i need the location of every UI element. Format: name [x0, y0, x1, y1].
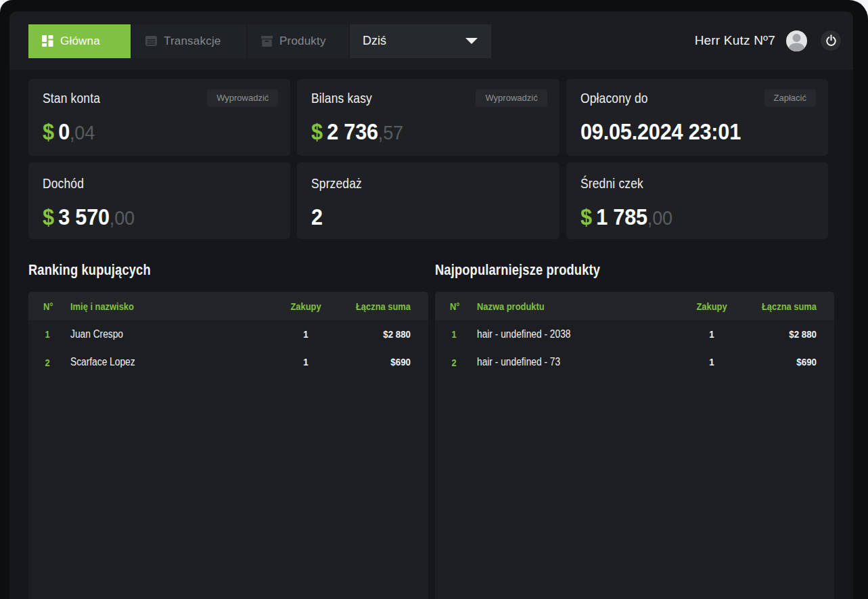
currency-sign: $: [43, 204, 54, 229]
table-row[interactable]: 1 Juan Crespo 1 $2 880: [28, 320, 428, 349]
dashboard-panel: Główna Transakcje: [9, 12, 853, 599]
app-window: Główna Transakcje: [0, 0, 868, 599]
app-background: Główna Transakcje: [0, 0, 868, 599]
card-title: Opłacony do: [580, 90, 648, 106]
tables-area: N° Imię i nazwisko Zakupy Łączna suma 1 …: [28, 292, 834, 599]
currency-sign: $: [43, 118, 54, 144]
section-headings: Ranking kupujących Najpopularniejsze pro…: [28, 262, 834, 279]
table-row[interactable]: 1 hair - undefined - 2038 1 $2 880: [435, 320, 835, 349]
tab-label: Produkty: [279, 35, 326, 48]
card-title: Dochód: [43, 175, 84, 192]
popular-products-table: N° Nazwa produktu Zakupy Łączna suma 1 h…: [435, 292, 835, 599]
buyers-ranking-title: Ranking kupujących: [28, 262, 368, 279]
power-icon: [825, 35, 837, 47]
card-value: $2 736,57: [311, 120, 403, 144]
stat-cards: Stan konta Wyprowadzić $0,04 Bilans kasy…: [28, 79, 828, 239]
card-value: $3 570,00: [43, 205, 135, 229]
user-area: Herr Kutz Nº7: [695, 30, 841, 51]
buyers-ranking-table: N° Imię i nazwisko Zakupy Łączna suma 1 …: [28, 292, 428, 599]
products-box-icon: [261, 36, 273, 47]
period-select-value: Dziś: [363, 34, 386, 48]
currency-sign: $: [311, 118, 323, 144]
nav-tabs: Główna Transakcje: [28, 24, 491, 58]
card-title: Średni czek: [580, 175, 643, 192]
withdraw-button[interactable]: Wyprowadzić: [207, 89, 278, 107]
card-value: 09.05.2024 23:01: [580, 120, 741, 143]
stat-card-sprzedaz: Sprzedaż 2: [297, 162, 559, 239]
currency-sign: $: [580, 204, 592, 229]
chevron-down-icon: [465, 38, 478, 44]
stat-card-dochod: Dochód $3 570,00: [28, 162, 290, 239]
avatar[interactable]: [786, 30, 807, 51]
card-value: $1 785,00: [580, 205, 672, 229]
table-row[interactable]: 2 Scarface Lopez 1 $690: [28, 349, 428, 377]
table-row[interactable]: 2 hair - undefined - 73 1 $690: [435, 349, 835, 377]
stat-card-sredni-czek: Średni czek $1 785,00: [566, 162, 828, 239]
withdraw-button[interactable]: Wyprowadzić: [476, 89, 547, 107]
tab-produkty[interactable]: Produkty: [248, 24, 348, 58]
stat-card-stan-konta: Stan konta Wyprowadzić $0,04: [28, 79, 290, 156]
table-header: N° Imię i nazwisko Zakupy Łączna suma: [28, 292, 428, 320]
tab-transakcje[interactable]: Transakcje: [132, 24, 246, 58]
dashboard-grid-icon: [42, 35, 53, 47]
top-nav: Główna Transakcje: [9, 12, 853, 70]
pay-button[interactable]: Zapłacić: [764, 89, 816, 107]
popular-products-title: Najpopularniejsze produkty: [435, 262, 775, 279]
card-title: Sprzedaż: [311, 175, 362, 192]
transactions-icon: [145, 36, 157, 46]
user-name: Herr Kutz Nº7: [695, 33, 775, 48]
stat-card-bilans-kasy: Bilans kasy Wyprowadzić $2 736,57: [297, 79, 559, 156]
card-value: $0,04: [43, 120, 95, 144]
card-value: 2: [311, 205, 323, 228]
logout-button[interactable]: [821, 30, 841, 51]
card-title: Stan konta: [43, 90, 100, 106]
period-select[interactable]: Dziś: [350, 24, 491, 58]
table-header: N° Nazwa produktu Zakupy Łączna suma: [435, 292, 835, 320]
stat-card-oplacony-do: Opłacony do Zapłacić 09.05.2024 23:01: [566, 79, 828, 156]
tab-glowna[interactable]: Główna: [28, 24, 131, 58]
tab-label: Transakcje: [164, 35, 221, 48]
tab-label: Główna: [60, 35, 100, 48]
card-title: Bilans kasy: [311, 90, 372, 106]
